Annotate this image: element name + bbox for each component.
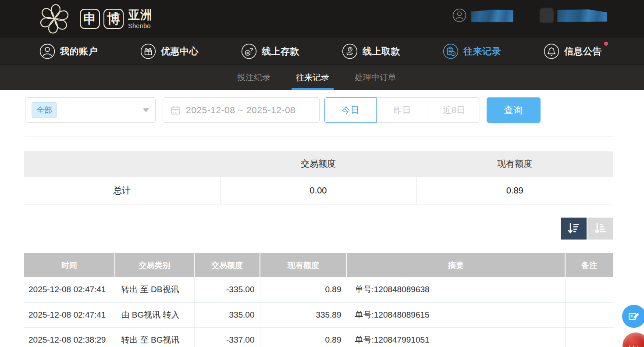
cell-balance: 0.89: [260, 277, 347, 302]
cell-note: [565, 327, 613, 347]
date-range-value: 2025-12-08 ~ 2025-12-08: [186, 105, 295, 115]
date-range-picker[interactable]: 2025-12-08 ~ 2025-12-08: [163, 97, 320, 123]
flower-logo-icon: [38, 2, 71, 36]
withdraw-icon: [342, 43, 358, 59]
table-row: 2025-12-08 02:38:29 转出 至 BG视讯 -337.00 0.…: [24, 327, 613, 347]
category-select[interactable]: 全部: [25, 97, 156, 123]
promo-badge-label: bbin: [623, 344, 644, 347]
tab-betting-records[interactable]: 投注纪录: [235, 65, 272, 90]
brand-region: 亚洲: [128, 9, 153, 21]
cell-note: [565, 302, 613, 327]
cell-balance: 0.89: [260, 327, 347, 347]
logo-char-bo: 博: [103, 9, 124, 29]
records-table: 时间 交易类别 交易额度 现有额度 摘要 备注 2025-12-08 02:47…: [24, 253, 613, 347]
summary-header-balance: 现有额度: [416, 151, 613, 177]
col-time: 时间: [24, 253, 115, 277]
summary-total-label: 总计: [24, 177, 220, 204]
table-row: 2025-12-08 02:47:41 由 BG视讯 转入 335.00 335…: [24, 302, 613, 327]
sort-descending-icon: [566, 222, 581, 236]
deposit-icon: [241, 43, 257, 59]
tab-pending-orders[interactable]: 处理中订单: [353, 65, 398, 90]
records-icon: [443, 43, 459, 59]
last-8-days-button[interactable]: 近8日: [428, 97, 480, 123]
nav-label: 优惠中心: [161, 45, 199, 57]
records-header-row: 时间 交易类别 交易额度 现有额度 摘要 备注: [24, 253, 613, 277]
top-header: 申 博 亚洲 Shenbo: [0, 0, 644, 38]
nav-item-records[interactable]: 往来记录: [443, 43, 501, 59]
cell-amount: 335.00: [194, 302, 260, 327]
nav-item-announcements[interactable]: 信息公告: [544, 43, 602, 59]
yesterday-button[interactable]: 昨日: [376, 97, 428, 123]
redacted-balance: [557, 9, 607, 22]
category-tag[interactable]: 全部: [32, 102, 57, 118]
nav-label: 往来记录: [463, 45, 501, 57]
sort-descending-button[interactable]: [561, 218, 587, 240]
redacted-username: [471, 9, 513, 22]
summary-header-empty: [24, 151, 220, 177]
col-amount: 交易额度: [194, 253, 260, 277]
promo-float-button[interactable]: bbin: [623, 333, 644, 347]
divider: [25, 136, 613, 136]
cell-amount: -337.00: [194, 327, 260, 347]
feedback-float-button[interactable]: [622, 305, 644, 328]
user-icon: [39, 43, 55, 59]
sort-ascending-icon: [593, 222, 608, 236]
query-button[interactable]: 查询: [487, 97, 541, 123]
cell-summary: 单号:120848089615: [347, 302, 565, 327]
today-button[interactable]: 今日: [324, 97, 377, 123]
table-row: 2025-12-08 02:47:41 转出 至 DB视讯 -335.00 0.…: [24, 277, 613, 302]
avatar-icon[interactable]: [452, 8, 466, 22]
col-note: 备注: [565, 253, 613, 277]
wallet-icon: [540, 8, 554, 23]
chevron-down-icon: [143, 108, 149, 112]
sub-tabs: 投注纪录 往来记录 处理中订单: [0, 64, 644, 90]
cell-balance: 335.89: [260, 302, 347, 327]
brand-subtitle: Shenbo: [128, 22, 153, 29]
summary-table: 交易额度 现有额度 总计 0.00 0.89: [24, 151, 613, 204]
sort-ascending-button[interactable]: [587, 218, 613, 240]
summary-total-amount: 0.00: [220, 177, 416, 204]
notification-dot: [604, 42, 608, 46]
summary-total-balance: 0.89: [416, 177, 613, 204]
cell-time: 2025-12-08 02:38:29: [24, 327, 115, 347]
bell-icon: [544, 43, 559, 59]
tab-transaction-records[interactable]: 往来记录: [294, 65, 331, 90]
nav-label: 我的账户: [60, 45, 98, 57]
summary-header-amount: 交易额度: [220, 151, 416, 177]
calendar-icon: [170, 105, 181, 115]
col-balance: 现有额度: [260, 253, 347, 277]
nav-item-deposit[interactable]: 线上存款: [241, 43, 299, 59]
sort-controls: [561, 218, 613, 240]
cell-summary: 单号:120847991051: [347, 327, 565, 347]
nav-label: 信息公告: [564, 45, 602, 57]
cell-amount: -335.00: [194, 277, 260, 302]
user-area: [452, 7, 607, 24]
quick-date-buttons: 今日 昨日 近8日: [324, 97, 480, 123]
cell-type: 转出 至 DB视讯: [115, 277, 194, 302]
cell-summary: 单号:120848089638: [347, 277, 565, 302]
col-type: 交易类别: [115, 253, 194, 277]
filter-bar: 全部 2025-12-08 ~ 2025-12-08 今日 昨日 近8日 查询: [0, 90, 644, 136]
cell-type: 由 BG视讯 转入: [115, 302, 194, 327]
compose-icon: [627, 310, 641, 323]
cell-type: 转出 至 BG视讯: [115, 327, 194, 347]
nav-item-withdraw[interactable]: 线上取款: [342, 43, 400, 59]
main-nav: 我的账户 优惠中心 线上存款 线上取款: [0, 38, 644, 64]
logo-char-shen: 申: [80, 9, 100, 29]
nav-label: 线上存款: [262, 45, 299, 57]
cell-note: [565, 277, 613, 302]
gift-icon: [140, 43, 156, 59]
nav-label: 线上取款: [363, 45, 400, 57]
nav-item-my-account[interactable]: 我的账户: [39, 43, 98, 59]
cell-time: 2025-12-08 02:47:41: [24, 277, 115, 302]
summary-total-row: 总计 0.00 0.89: [24, 177, 613, 204]
brand-logo[interactable]: 申 博 亚洲 Shenbo: [38, 2, 153, 36]
col-summary: 摘要: [347, 253, 565, 277]
nav-item-promotions[interactable]: 优惠中心: [140, 43, 199, 59]
cell-time: 2025-12-08 02:47:41: [24, 302, 115, 327]
